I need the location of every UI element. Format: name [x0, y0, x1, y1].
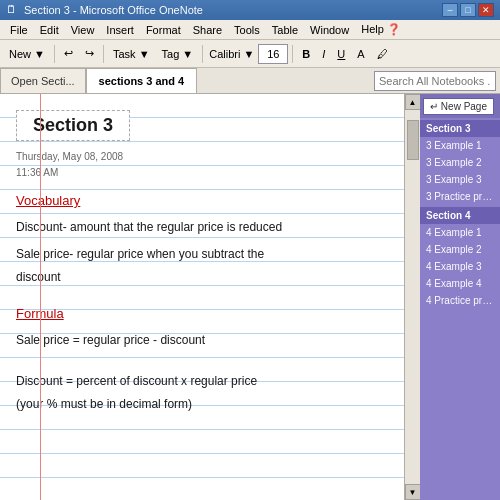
- menu-window[interactable]: Window: [304, 22, 355, 38]
- app-icon: 🗒: [6, 3, 20, 17]
- new-label: New ▼: [9, 48, 45, 60]
- menu-tools[interactable]: Tools: [228, 22, 266, 38]
- menu-help[interactable]: Help ❓: [355, 21, 407, 38]
- right-panel-item-s4-1[interactable]: 4 Example 1: [420, 224, 500, 241]
- right-panel-item-s3-2[interactable]: 3 Example 2: [420, 154, 500, 171]
- date-info: Thursday, May 08, 2008 11:36 AM: [16, 149, 392, 181]
- note-content[interactable]: Section 3 Thursday, May 08, 2008 11:36 A…: [0, 94, 404, 500]
- search-input[interactable]: [375, 75, 495, 87]
- toolbar-sep-4: [292, 45, 293, 63]
- minimize-button[interactable]: –: [442, 3, 458, 17]
- vertical-scrollbar[interactable]: ▲ ▼: [404, 94, 420, 500]
- scroll-up-button[interactable]: ▲: [405, 94, 421, 110]
- underline-button[interactable]: U: [332, 43, 350, 65]
- menu-view[interactable]: View: [65, 22, 101, 38]
- right-panel-item-s3-4[interactable]: 3 Practice probl...: [420, 188, 500, 205]
- main-area: Section 3 Thursday, May 08, 2008 11:36 A…: [0, 94, 500, 500]
- right-panel-item-s4-2[interactable]: 4 Example 2: [420, 241, 500, 258]
- section4-header: Section 4: [420, 207, 500, 224]
- note-line-1: Discount- amount that the regular price …: [16, 216, 392, 239]
- menu-edit[interactable]: Edit: [34, 22, 65, 38]
- highlight-button[interactable]: 🖊: [372, 43, 393, 65]
- toolbar-sep-1: [54, 45, 55, 63]
- titlebar: 🗒 Section 3 - Microsoft Office OneNote –…: [0, 0, 500, 20]
- font-name[interactable]: Calibri ▼: [207, 48, 256, 60]
- menu-format[interactable]: Format: [140, 22, 187, 38]
- bold-button[interactable]: B: [297, 43, 315, 65]
- close-button[interactable]: ✕: [478, 3, 494, 17]
- menu-insert[interactable]: Insert: [100, 22, 140, 38]
- note-time: 11:36 AM: [16, 167, 58, 178]
- right-panel-item-s4-3[interactable]: 4 Example 3: [420, 258, 500, 275]
- note-date: Thursday, May 08, 2008: [16, 151, 123, 162]
- redo-button[interactable]: ↪: [80, 43, 99, 65]
- italic-button[interactable]: I: [317, 43, 330, 65]
- font-color-button[interactable]: A: [352, 43, 369, 65]
- right-panel-item-s3-1[interactable]: 3 Example 1: [420, 137, 500, 154]
- note-line-4: Discount = percent of discount x regular…: [16, 370, 392, 416]
- menu-file[interactable]: File: [4, 22, 34, 38]
- tag-label: Tag ▼: [162, 48, 194, 60]
- scroll-track[interactable]: [405, 110, 420, 484]
- vocabulary-heading: Vocabulary: [16, 193, 392, 208]
- section-title-container: Section 3: [16, 106, 392, 145]
- open-section-label: Open Secti...: [11, 75, 75, 87]
- right-panel-header: ↵ New Page: [420, 94, 500, 118]
- toolbar-sep-2: [103, 45, 104, 63]
- tag-button[interactable]: Tag ▼: [157, 43, 199, 65]
- undo-button[interactable]: ↩: [59, 43, 78, 65]
- menu-share[interactable]: Share: [187, 22, 228, 38]
- note-line-3: Sale price = regular price - discount: [16, 329, 392, 352]
- tabbar: Open Secti... sections 3 and 4: [0, 68, 500, 94]
- font-size-input[interactable]: [258, 44, 288, 64]
- new-button[interactable]: New ▼: [4, 43, 50, 65]
- new-page-button[interactable]: ↵ New Page: [423, 98, 494, 115]
- menubar: File Edit View Insert Format Share Tools…: [0, 20, 500, 40]
- menu-table[interactable]: Table: [266, 22, 304, 38]
- toolbar: New ▼ ↩ ↪ Task ▼ Tag ▼ Calibri ▼ B I U A…: [0, 40, 500, 68]
- right-panel-item-s4-4[interactable]: 4 Example 4: [420, 275, 500, 292]
- note-area: Section 3 Thursday, May 08, 2008 11:36 A…: [0, 94, 420, 500]
- window-controls: – □ ✕: [442, 3, 494, 17]
- right-panel-item-s4-5[interactable]: 4 Practice probl...: [420, 292, 500, 309]
- new-page-label: ↵ New Page: [430, 101, 487, 112]
- formula-heading: Formula: [16, 306, 392, 321]
- window-title: Section 3 - Microsoft Office OneNote: [24, 4, 442, 16]
- tab-sections-3-4[interactable]: sections 3 and 4: [86, 68, 198, 93]
- active-tab-label: sections 3 and 4: [99, 75, 185, 87]
- task-label: Task ▼: [113, 48, 150, 60]
- search-box[interactable]: [374, 71, 496, 91]
- scroll-down-button[interactable]: ▼: [405, 484, 421, 500]
- right-panel-item-s3-3[interactable]: 3 Example 3: [420, 171, 500, 188]
- toolbar-sep-3: [202, 45, 203, 63]
- section3-header: Section 3: [420, 120, 500, 137]
- scroll-thumb[interactable]: [407, 120, 419, 160]
- task-button[interactable]: Task ▼: [108, 43, 155, 65]
- right-panel: ↵ New Page Section 3 3 Example 1 3 Examp…: [420, 94, 500, 500]
- tab-open-section[interactable]: Open Secti...: [0, 68, 86, 93]
- note-line-2: Sale price- regular price when you subtr…: [16, 243, 392, 289]
- section-title-box: Section 3: [16, 110, 130, 141]
- maximize-button[interactable]: □: [460, 3, 476, 17]
- section-title: Section 3: [33, 115, 113, 135]
